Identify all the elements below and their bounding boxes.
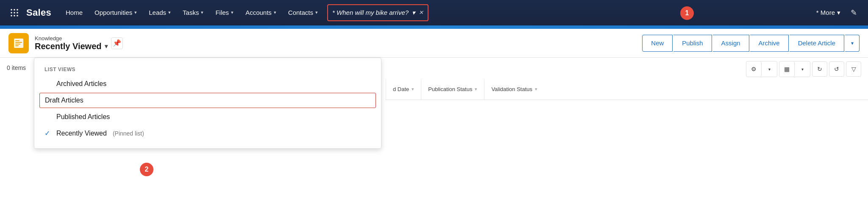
active-tab-chevron: ▾: [412, 9, 415, 17]
app-grid-icon[interactable]: [7, 5, 22, 20]
svg-point-4: [14, 12, 15, 14]
svg-point-6: [11, 15, 12, 17]
nav-files[interactable]: Files ▾: [209, 0, 239, 25]
list-item-published[interactable]: Published Articles: [34, 109, 381, 125]
nav-opportunities[interactable]: Opportunities ▾: [89, 0, 143, 25]
nav-contacts[interactable]: Contacts ▾: [282, 0, 324, 25]
contacts-chevron: ▾: [315, 10, 318, 15]
col-date[interactable]: d Date ▾: [386, 79, 421, 100]
gear-dropdown-icon[interactable]: ▾: [762, 61, 777, 77]
gear-btn-group: ⚙ ▾: [746, 61, 777, 77]
knowledge-module-icon: [8, 33, 29, 53]
view-name: Recently Viewed: [35, 42, 101, 51]
undo-icon[interactable]: ↺: [829, 61, 844, 77]
list-item-draft[interactable]: Draft Articles: [39, 93, 376, 108]
gear-icon[interactable]: ⚙: [746, 61, 762, 77]
nav-items: Home Opportunities ▾ Leads ▾ Tasks ▾ Fil…: [60, 0, 810, 25]
blue-stripe: [0, 25, 868, 29]
tasks-chevron: ▾: [201, 10, 203, 15]
pin-icon[interactable]: 📌: [111, 37, 123, 49]
active-tab-close-icon[interactable]: ✕: [419, 9, 423, 16]
list-area: ⚙ ▾ ▦ ▾ ↻ ↺ ▽ 0 items LIST VIEWS Archive…: [0, 58, 868, 219]
top-navigation: Sales Home Opportunities ▾ Leads ▾ Tasks…: [0, 0, 868, 25]
svg-rect-10: [15, 40, 19, 41]
svg-point-2: [17, 9, 18, 11]
list-item-archived[interactable]: Archived Articles: [34, 76, 381, 92]
svg-rect-9: [14, 39, 23, 48]
svg-rect-13: [15, 45, 19, 46]
leads-chevron: ▾: [168, 10, 171, 15]
accounts-chevron: ▾: [274, 10, 276, 15]
table-view-icon[interactable]: ▦: [779, 61, 795, 77]
assign-button[interactable]: Assign: [713, 35, 749, 52]
actions-dropdown-button[interactable]: ▾: [845, 35, 860, 52]
table-btn-group: ▦ ▾: [779, 61, 810, 77]
more-chevron: ▾: [837, 9, 840, 17]
new-button[interactable]: New: [642, 35, 673, 52]
delete-article-button[interactable]: Delete Article: [790, 35, 844, 52]
publish-button[interactable]: Publish: [673, 35, 712, 52]
svg-point-0: [11, 9, 12, 11]
table-dropdown-icon[interactable]: ▾: [795, 61, 810, 77]
table-headers: d Date ▾ Publication Status ▾ Validation…: [386, 79, 868, 100]
svg-rect-12: [15, 44, 20, 44]
svg-point-8: [17, 15, 18, 17]
pinned-label: (Pinned list): [113, 130, 144, 137]
nav-home[interactable]: Home: [60, 0, 89, 25]
refresh-icon[interactable]: ↻: [812, 61, 827, 77]
col-publication-status[interactable]: Publication Status ▾: [421, 79, 484, 100]
toolbar-actions: New Publish Assign Archive Delete Articl…: [642, 35, 860, 52]
secondary-toolbar: ⚙ ▾ ▦ ▾ ↻ ↺ ▽: [739, 58, 868, 80]
svg-point-7: [14, 15, 15, 17]
content-area: Knowledge Recently Viewed ▾ 📌 New Publis…: [0, 29, 868, 222]
archive-button[interactable]: Archive: [750, 35, 789, 52]
module-label: Knowledge: [35, 35, 108, 42]
opportunities-chevron: ▾: [134, 10, 137, 15]
view-name-container[interactable]: Recently Viewed ▾: [35, 42, 108, 51]
app-logo[interactable]: Sales: [26, 7, 51, 18]
nav-leads[interactable]: Leads ▾: [143, 0, 177, 25]
list-views-label: LIST VIEWS: [34, 65, 381, 76]
svg-point-3: [11, 12, 12, 14]
items-count: 0 items: [0, 58, 38, 219]
badge-1: 1: [680, 6, 694, 20]
active-tab-label: * When will my bike arrive?: [332, 9, 409, 16]
nav-accounts[interactable]: Accounts ▾: [239, 0, 282, 25]
active-tab[interactable]: * When will my bike arrive? ▾ ✕: [327, 4, 428, 21]
col-validation-status[interactable]: Validation Status ▾: [484, 79, 544, 100]
svg-point-1: [14, 9, 15, 11]
files-chevron: ▾: [231, 10, 234, 15]
badge-2: 2: [140, 163, 153, 176]
svg-point-5: [17, 12, 18, 14]
edit-icon[interactable]: ✎: [846, 8, 861, 17]
svg-rect-11: [15, 42, 22, 43]
knowledge-title: Knowledge Recently Viewed ▾: [35, 35, 108, 51]
nav-more[interactable]: * More ▾: [810, 0, 846, 25]
filter-icon[interactable]: ▽: [846, 61, 861, 77]
list-item-recently-viewed[interactable]: ✓ Recently Viewed (Pinned list): [34, 125, 381, 142]
check-icon: ✓: [45, 129, 52, 137]
nav-tasks[interactable]: Tasks ▾: [177, 0, 209, 25]
toolbar-row: Knowledge Recently Viewed ▾ 📌 New Publis…: [0, 29, 868, 58]
list-views-dropdown: LIST VIEWS Archived Articles Draft Artic…: [34, 58, 381, 149]
view-name-chevron: ▾: [105, 43, 108, 50]
